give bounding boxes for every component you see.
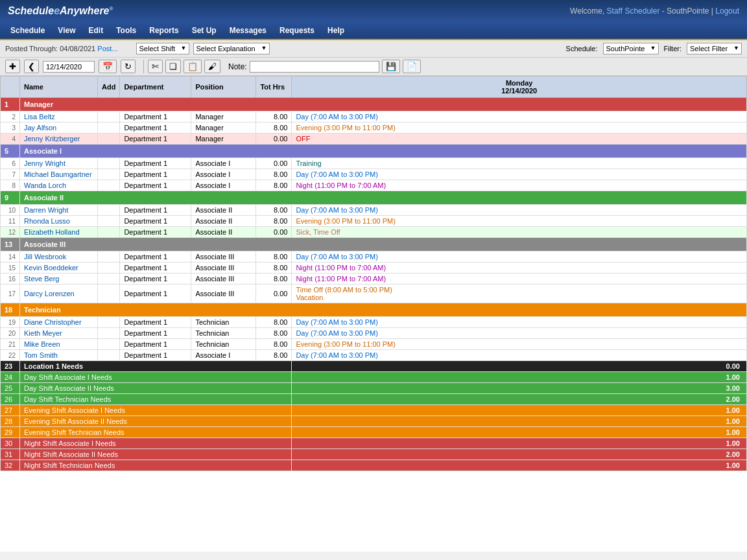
table-row: 22 Tom Smith Department 1 Associate I 8.…	[1, 350, 747, 361]
add-circle-button[interactable]: ✚	[5, 60, 20, 73]
toolbar2: ✚ ❮ 📅 ↻ ✄ ❏ 📋 🖌 Note: 💾 📄	[0, 58, 747, 76]
note-btn1[interactable]: 💾	[382, 60, 400, 73]
table-row: 11 Rhonda Lusso Department 1 Associate I…	[1, 216, 747, 227]
nav-schedule[interactable]: Schedule	[4, 21, 51, 40]
dept-cell: Department 1	[120, 339, 191, 350]
hrs-cell: 8.00	[256, 122, 292, 134]
schedule-table: Name Add Department Position Tot Hrs Mon…	[0, 76, 747, 471]
needs-label: Evening Shift Associate I Needs	[20, 405, 292, 416]
needs-row-num: 29	[1, 427, 20, 438]
row-num: 8	[1, 180, 20, 191]
add-cell[interactable]	[98, 339, 120, 350]
post-link[interactable]: Post...	[97, 45, 117, 52]
schedule-select[interactable]: SouthPointe	[603, 43, 659, 54]
nav-messages[interactable]: Messages	[223, 21, 273, 40]
add-cell[interactable]	[98, 111, 120, 122]
format-button[interactable]: 🖌	[204, 60, 220, 73]
pos-cell: Technician	[191, 317, 256, 328]
pos-cell: Manager	[191, 111, 256, 122]
add-cell[interactable]	[98, 158, 120, 169]
hrs-cell: 8.00	[256, 111, 292, 122]
nav-requests[interactable]: Requests	[273, 21, 321, 40]
shift-cell: Day (7:00 AM to 3:00 PM)	[292, 205, 747, 216]
employee-name: Michael Baumgartner	[20, 169, 98, 180]
shift-cell: Evening (3:00 PM to 11:00 PM)	[292, 216, 747, 227]
add-cell[interactable]	[98, 317, 120, 328]
nav-reports[interactable]: Reports	[143, 21, 185, 40]
shift-cell: Day (7:00 AM to 3:00 PM)	[292, 328, 747, 339]
needs-label: Day Shift Technician Needs	[20, 394, 292, 405]
add-cell[interactable]	[98, 251, 120, 262]
select-shift-wrapper: Select Shift ▼	[136, 43, 189, 54]
add-cell[interactable]	[98, 262, 120, 274]
prev-button[interactable]: ❮	[24, 60, 39, 73]
table-row: 10 Darren Wright Department 1 Associate …	[1, 205, 747, 216]
add-cell[interactable]	[98, 350, 120, 361]
col-num	[1, 76, 20, 98]
add-cell[interactable]	[98, 285, 120, 303]
nav-help[interactable]: Help	[321, 21, 351, 40]
date-input[interactable]	[43, 61, 95, 73]
needs-val: 2.00	[292, 449, 747, 460]
section-label: Associate III	[20, 238, 747, 251]
add-cell[interactable]	[98, 328, 120, 339]
note-btn2[interactable]: 📄	[403, 60, 421, 73]
needs-val: 1.00	[292, 460, 747, 471]
schedule-filter-area: Schedule: SouthPointe ▼ Filter: Select F…	[566, 43, 742, 54]
row-num: 1	[1, 98, 20, 111]
main-grid: Name Add Department Position Tot Hrs Mon…	[0, 76, 747, 552]
filter-select[interactable]: Select Filter	[687, 43, 742, 54]
needs-row-num: 28	[1, 416, 20, 427]
table-row: 15 Kevin Boeddeker Department 1 Associat…	[1, 262, 747, 274]
calendar-button[interactable]: 📅	[99, 60, 117, 73]
employee-name: Jenny Wright	[20, 158, 98, 169]
select-explanation[interactable]: Select Explanation	[193, 43, 270, 54]
row-num: 10	[1, 205, 20, 216]
hrs-cell: 0.00	[256, 158, 292, 169]
add-cell[interactable]	[98, 122, 120, 134]
employee-name: Kevin Boeddeker	[20, 262, 98, 274]
add-cell[interactable]	[98, 216, 120, 227]
add-cell[interactable]	[98, 134, 120, 145]
table-row: 6 Jenny Wright Department 1 Associate I …	[1, 158, 747, 169]
dept-cell: Department 1	[120, 274, 191, 285]
needs-row: 31 Night Shift Associate II Needs 2.00	[1, 449, 747, 460]
section-row: 5 Associate I	[1, 145, 747, 158]
pos-cell: Associate II	[191, 227, 256, 238]
row-num: 2	[1, 111, 20, 122]
section-label: Associate I	[20, 145, 747, 158]
add-cell[interactable]	[98, 180, 120, 191]
select-shift[interactable]: Select Shift	[136, 43, 189, 54]
dept-cell: Department 1	[120, 158, 191, 169]
nav-setup[interactable]: Set Up	[185, 21, 223, 40]
refresh-button[interactable]: ↻	[121, 60, 136, 73]
app-header: ScheduleeAnywhere® Welcome, Staff Schedu…	[0, 0, 747, 22]
add-cell[interactable]	[98, 274, 120, 285]
section-row: 18 Technician	[1, 303, 747, 317]
cut-button[interactable]: ✄	[148, 60, 163, 73]
add-cell[interactable]	[98, 227, 120, 238]
row-num: 17	[1, 285, 20, 303]
needs-row: 28 Evening Shift Associate II Needs 1.00	[1, 416, 747, 427]
nav-view[interactable]: View	[51, 21, 82, 40]
paste-button[interactable]: 📋	[184, 60, 202, 73]
add-cell[interactable]	[98, 205, 120, 216]
needs-row: 26 Day Shift Technician Needs 2.00	[1, 394, 747, 405]
needs-label: Day Shift Associate I Needs	[20, 372, 292, 383]
add-cell[interactable]	[98, 169, 120, 180]
pos-cell: Associate II	[191, 216, 256, 227]
shift-cell: Evening (3:00 PM to 11:00 PM)	[292, 339, 747, 350]
nav-tools[interactable]: Tools	[110, 21, 143, 40]
copy-button[interactable]: ❏	[165, 60, 181, 73]
employee-name: Mike Breen	[20, 339, 98, 350]
user-link[interactable]: Staff Scheduler	[607, 6, 660, 16]
needs-val: 1.00	[292, 427, 747, 438]
needs-row-num: 23	[1, 361, 20, 372]
section-label: Technician	[20, 303, 747, 317]
section-label: Manager	[20, 98, 747, 111]
nav-edit[interactable]: Edit	[82, 21, 110, 40]
logout-link[interactable]: Logout	[715, 6, 739, 16]
table-row: 8 Wanda Lorch Department 1 Associate I 8…	[1, 180, 747, 191]
note-input[interactable]	[250, 61, 379, 73]
row-num: 21	[1, 339, 20, 350]
